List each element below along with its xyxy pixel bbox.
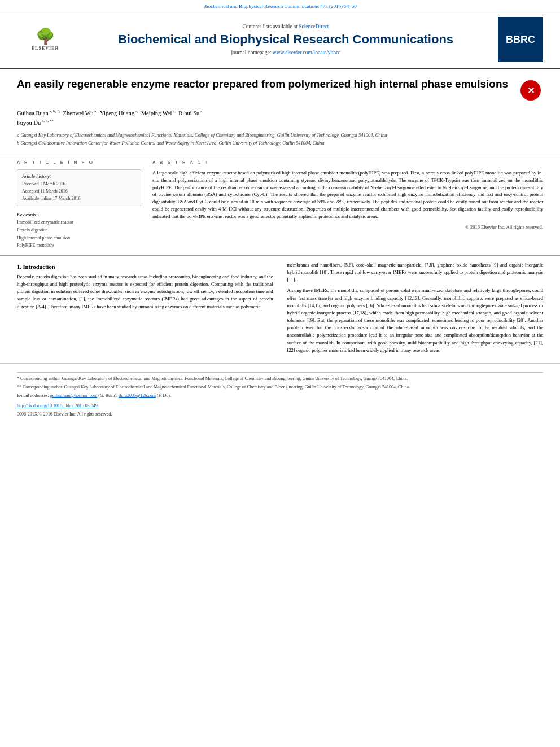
body-two-column: 1. Introduction Recently, protein digest…	[17, 261, 543, 357]
body-paragraph-right-2: Among these IMERs, the monoliths, compos…	[287, 287, 544, 354]
journal-header: 🌳 ELSEVIER Contents lists available at S…	[0, 11, 560, 69]
affiliations-block: a Guangxi Key Laboratory of Electrochemi…	[17, 132, 543, 147]
received-date: Received 1 March 2016	[22, 181, 136, 188]
keyword-4: PolyHIPE monoliths	[17, 242, 141, 250]
keyword-1: Immobilized enzymatic reactor	[17, 219, 141, 226]
bbrc-logo-block: BBRC	[492, 17, 549, 62]
footnote-star1-text: Guangxi Key Laboratory of Electrochemica…	[62, 376, 408, 381]
authors-line: Guihua Ruan a, b, *, Zhenwei Wu a, Yipen…	[17, 108, 543, 128]
affiliation-a: a Guangxi Key Laboratory of Electrochemi…	[17, 132, 543, 139]
author-name-3: Yipeng Huang	[100, 110, 134, 116]
journal-reference-bar: Biochemical and Biophysical Research Com…	[0, 0, 560, 11]
history-title: Article history:	[22, 173, 136, 179]
article-info-column: A R T I C L E I N F O Article history: R…	[17, 160, 141, 250]
available-date: Available online 17 March 2016	[22, 195, 136, 203]
keyword-2: Protein digestion	[17, 226, 141, 234]
doi-line[interactable]: http://dx.doi.org/10.1016/j.bbrc.2016.03…	[17, 403, 543, 409]
abstract-column: A B S T R A C T A large-scale high-effic…	[152, 160, 543, 250]
keywords-title: Keywords:	[17, 212, 141, 217]
elsevier-wordmark: ELSEVIER	[32, 46, 59, 51]
homepage-prefix: journal homepage:	[231, 50, 272, 55]
article-info-header: A R T I C L E I N F O	[17, 160, 141, 165]
section1-title: 1. Introduction	[17, 264, 273, 270]
footnote-email: E-mail addresses: guihuaruan@hotmail.com…	[17, 392, 543, 399]
crossmark-icon: ✕	[520, 80, 541, 101]
copyright-line: © 2016 Elsevier Inc. All rights reserved…	[152, 224, 543, 230]
journal-reference: Biochemical and Biophysical Research Com…	[203, 3, 357, 9]
bbrc-logo: BBRC	[498, 17, 543, 62]
affiliation-b: b Guangxi Collaborative Innovation Cente…	[17, 139, 543, 147]
author-name-5: Rihui Su	[178, 110, 199, 116]
journal-title: Biochemical and Biophysical Research Com…	[79, 32, 492, 47]
sciencedirect-link[interactable]: ScienceDirect	[299, 24, 329, 29]
email1-name: (G. Ruan),	[98, 393, 117, 398]
body-right-column: membranes and nanofibers, [5,6], core–sh…	[287, 261, 544, 357]
article-title-row: An easily regenerable enzyme reactor pre…	[17, 77, 543, 103]
body-content: 1. Introduction Recently, protein digest…	[0, 256, 560, 363]
article-history-box: Article history: Received 1 March 2016 A…	[17, 169, 141, 206]
email1-link[interactable]: guihuaruan@hotmail.com	[50, 393, 98, 398]
footnotes-section: * Corresponding author. Guangxi Key Labo…	[0, 363, 560, 421]
email-label: E-mail addresses:	[17, 393, 49, 398]
footnote-star1: * Corresponding author. Guangxi Key Labo…	[17, 375, 543, 382]
contents-available-line: Contents lists available at ScienceDirec…	[79, 24, 492, 29]
author-name-2: Zhenwei Wu	[63, 110, 94, 116]
author-sup-3: a,	[134, 109, 138, 113]
author-name-4: Meiping Wei	[141, 110, 172, 116]
section1-label: Introduction	[23, 264, 55, 270]
body-paragraph-right-1: membranes and nanofibers, [5,6], core–sh…	[287, 261, 544, 284]
journal-homepage-line: journal homepage: www.elsevier.com/locat…	[79, 50, 492, 55]
elsevier-branding: 🌳 ELSEVIER	[11, 24, 79, 55]
footnote-divider	[17, 372, 543, 373]
section1-num: 1.	[17, 264, 21, 270]
article-title-section: An easily regenerable enzyme reactor pre…	[0, 69, 560, 154]
author-sup-4: a,	[172, 109, 176, 113]
author-name-1: Guihua Ruan	[17, 110, 49, 116]
journal-title-block: Contents lists available at ScienceDirec…	[79, 24, 492, 55]
footnote-star1-label: * Corresponding author.	[17, 376, 61, 381]
doi-link[interactable]: http://dx.doi.org/10.1016/j.bbrc.2016.03…	[17, 403, 98, 408]
author-sup-1: a, b, *,	[49, 109, 60, 113]
journal-homepage-link[interactable]: www.elsevier.com/locate/ybbrc	[273, 50, 340, 55]
email2-name: (F. Du).	[157, 393, 171, 398]
contents-prefix: Contents lists available at	[242, 24, 299, 29]
accepted-date: Accepted 11 March 2016	[22, 188, 136, 195]
footnote-star2-text: Guangxi Key Laboratory of Electrochemica…	[64, 385, 410, 390]
abstract-header: A B S T R A C T	[152, 160, 543, 165]
body-left-column: 1. Introduction Recently, protein digest…	[17, 261, 273, 357]
email2-link[interactable]: dufu2005@126.com	[119, 393, 156, 398]
keyword-3: High internal phase emulsion	[17, 234, 141, 242]
elsevier-logo: 🌳 ELSEVIER	[20, 24, 71, 55]
elsevier-tree-icon: 🌳	[36, 29, 55, 45]
body-paragraph-1: Recently, protein digestion has been stu…	[17, 273, 273, 311]
author-name-6: Fuyou Du	[17, 120, 41, 126]
keywords-section: Keywords: Immobilized enzymatic reactor …	[17, 212, 141, 249]
rights-line: 0006-291X/© 2016 Elsevier Inc. All right…	[17, 411, 543, 418]
author-sup-5: a,	[199, 109, 203, 113]
footnote-star2-label: ** Corresponding author.	[17, 385, 63, 390]
footnote-star2: ** Corresponding author. Guangxi Key Lab…	[17, 384, 543, 391]
abstract-text: A large-scale high-efficient enzyme reac…	[152, 169, 543, 220]
page-container: Biochemical and Biophysical Research Com…	[0, 0, 560, 421]
author-sup-6: a, b, **	[41, 119, 53, 123]
crossmark-badge: ✕	[520, 80, 543, 103]
article-info-abstract: A R T I C L E I N F O Article history: R…	[0, 154, 560, 256]
article-title: An easily regenerable enzyme reactor pre…	[17, 77, 509, 91]
author-sup-2: a,	[93, 109, 97, 113]
